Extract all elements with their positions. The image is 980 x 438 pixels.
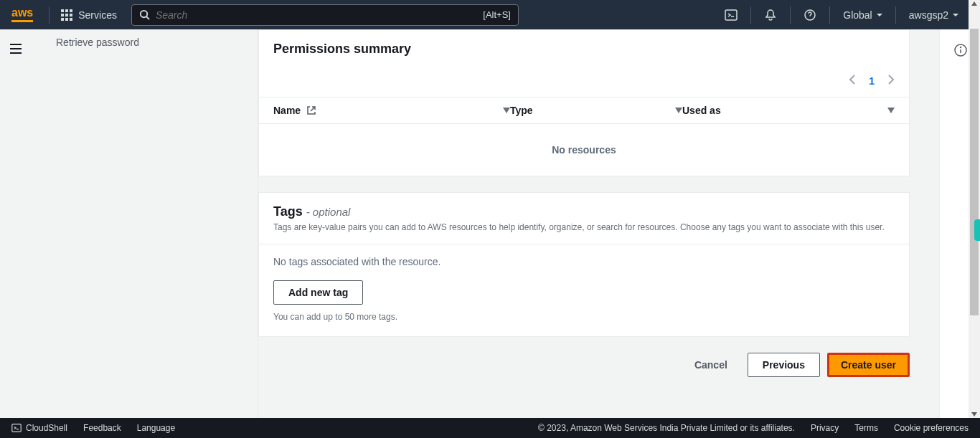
help-button[interactable] <box>793 9 826 22</box>
caret-down-icon <box>877 14 882 16</box>
svg-line-1 <box>146 16 149 19</box>
search-icon <box>139 9 150 20</box>
feedback-tab[interactable] <box>974 219 980 241</box>
sort-icon <box>503 108 510 113</box>
divider <box>790 6 791 24</box>
permissions-summary-card: Permissions summary 1 Name Type <box>258 29 910 176</box>
tags-helper-text: You can add up to 50 more tags. <box>273 312 895 322</box>
external-link-icon <box>306 105 316 115</box>
cookie-preferences-link[interactable]: Cookie preferences <box>894 423 969 433</box>
action-buttons: Cancel Previous Create user <box>258 353 910 391</box>
bottom-bar: CloudShell Feedback Language © 2023, Ama… <box>0 418 980 438</box>
column-type[interactable]: Type <box>510 105 682 116</box>
main-content: Permissions summary 1 Name Type <box>258 29 940 418</box>
search-shortcut-label: [Alt+S] <box>483 9 511 20</box>
divider <box>49 6 50 24</box>
permissions-title: Permissions summary <box>273 42 895 57</box>
bell-icon <box>764 9 777 22</box>
divider <box>895 6 896 24</box>
table-header: Name Type Used as <box>259 97 909 124</box>
caret-down-icon <box>953 14 958 16</box>
svg-point-0 <box>141 11 147 17</box>
page-number: 1 <box>869 75 875 87</box>
info-icon <box>954 44 967 57</box>
notifications-button[interactable] <box>754 9 787 22</box>
help-icon <box>804 9 816 22</box>
left-sidebar: Retrieve password <box>0 29 258 418</box>
region-label: Global <box>843 9 872 21</box>
tags-subtitle: Tags are key-value pairs you can add to … <box>273 222 895 232</box>
hamburger-icon <box>10 44 22 54</box>
sort-icon <box>887 108 895 113</box>
sort-icon <box>675 108 682 113</box>
terms-link[interactable]: Terms <box>854 423 878 433</box>
search-input[interactable] <box>156 9 483 21</box>
column-used-as[interactable]: Used as <box>682 105 895 116</box>
create-user-button[interactable]: Create user <box>827 353 910 377</box>
tags-title: Tags - optional <box>273 204 895 219</box>
no-tags-text: No tags associated with the resource. <box>273 256 895 267</box>
sidebar-toggle-button[interactable] <box>10 44 22 57</box>
terminal-icon <box>11 423 22 433</box>
top-navigation: aws Services [Alt+S] Global awsgsp2 <box>0 0 980 29</box>
scroll-down-icon <box>971 412 977 416</box>
cancel-button[interactable]: Cancel <box>682 353 740 376</box>
region-selector[interactable]: Global <box>833 9 892 21</box>
scrollbar[interactable] <box>969 0 980 418</box>
services-menu-button[interactable]: Services <box>52 9 126 21</box>
chevron-left-icon <box>849 74 856 85</box>
privacy-link[interactable]: Privacy <box>811 423 839 433</box>
cloudshell-link[interactable]: CloudShell <box>11 423 67 433</box>
feedback-link[interactable]: Feedback <box>83 423 121 433</box>
account-selector[interactable]: awsgsp2 <box>899 9 969 21</box>
search-box[interactable]: [Alt+S] <box>131 4 519 26</box>
previous-button[interactable]: Previous <box>748 353 820 377</box>
add-new-tag-button[interactable]: Add new tag <box>273 280 363 305</box>
next-page-button[interactable] <box>887 74 895 88</box>
svg-point-9 <box>961 47 961 48</box>
language-selector[interactable]: Language <box>137 423 175 433</box>
retrieve-password-label: Retrieve password <box>30 37 258 48</box>
scrollbar-thumb[interactable] <box>970 29 979 315</box>
prev-page-button[interactable] <box>849 74 856 88</box>
aws-logo[interactable]: aws <box>11 0 46 29</box>
scroll-up-icon <box>971 1 977 6</box>
terminal-icon <box>725 9 738 22</box>
services-label: Services <box>78 9 117 21</box>
cloudshell-icon-button[interactable] <box>715 9 748 22</box>
empty-state: No resources <box>259 124 909 176</box>
column-name[interactable]: Name <box>273 105 510 116</box>
copyright-text: © 2023, Amazon Web Services India Privat… <box>538 423 795 433</box>
divider <box>829 6 830 24</box>
grid-icon <box>61 9 72 21</box>
tags-card: Tags - optional Tags are key-value pairs… <box>258 192 910 337</box>
pagination: 1 <box>259 68 909 97</box>
divider <box>750 6 751 24</box>
account-label: awsgsp2 <box>909 9 948 21</box>
chevron-right-icon <box>887 74 895 85</box>
info-panel-button[interactable] <box>954 44 967 59</box>
